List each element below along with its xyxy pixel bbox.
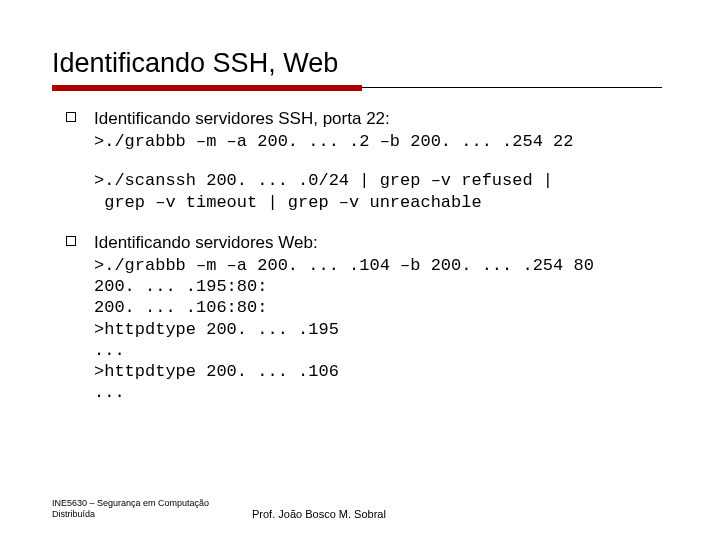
slide-title: Identificando SSH, Web: [52, 48, 668, 79]
bullet-item-ssh: Identificando servidores SSH, porta 22: …: [66, 109, 668, 213]
footer-course: INE5630 – Segurança em Computação Distri…: [52, 498, 232, 520]
rule-accent: [52, 85, 362, 91]
square-bullet-icon: [66, 236, 76, 246]
content-area: Identificando servidores SSH, porta 22: …: [52, 109, 668, 404]
web-code-block: >./grabbb –m –a 200. ... .104 –b 200. ..…: [94, 255, 668, 404]
title-rule: [52, 85, 668, 91]
ssh-heading: Identificando servidores SSH, porta 22:: [94, 109, 668, 129]
square-bullet-icon: [66, 112, 76, 122]
footer-author: Prof. João Bosco M. Sobral: [232, 508, 668, 520]
bullet-item-web: Identificando servidores Web: >./grabbb …: [66, 233, 668, 404]
web-heading: Identificando servidores Web:: [94, 233, 668, 253]
slide-footer: INE5630 – Segurança em Computação Distri…: [52, 498, 668, 520]
ssh-code-line1: >./grabbb –m –a 200. ... .2 –b 200. ... …: [94, 131, 668, 152]
ssh-code-line2: >./scanssh 200. ... .0/24 | grep –v refu…: [94, 170, 668, 213]
